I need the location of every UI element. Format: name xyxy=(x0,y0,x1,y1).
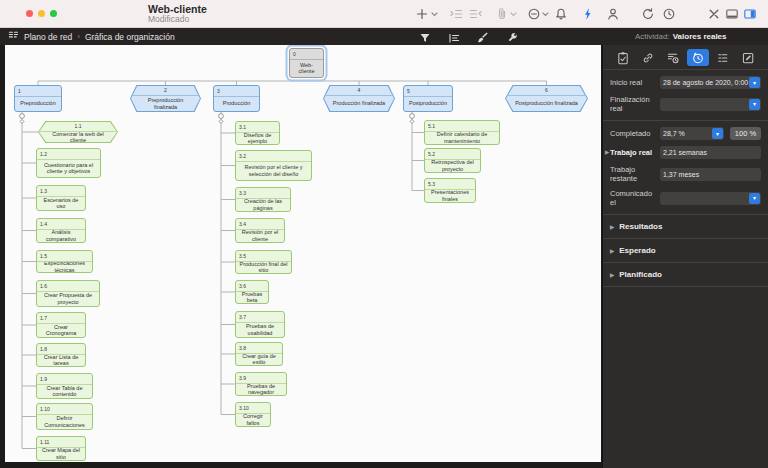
view-bar: Plano de red › Gráfica de organización A… xyxy=(0,28,768,45)
diagram-node-0[interactable]: 0Web-cliente xyxy=(289,48,324,78)
chevron-down-icon[interactable] xyxy=(749,99,760,110)
diagram-node-5[interactable]: 5Postproducción xyxy=(403,85,453,112)
diagram-node-1.6[interactable]: 1.6Crear Propuesta de proyecto xyxy=(36,280,100,307)
diagram-node-3.4[interactable]: 3.4Revisión por el cliente xyxy=(235,218,285,243)
diagram-node-2[interactable]: 2Preproducción finalizada xyxy=(130,85,201,112)
diagram-node-1.3[interactable]: 1.3Escenarios de uso xyxy=(36,185,86,211)
tools-icon[interactable] xyxy=(706,6,721,21)
resources-icon[interactable] xyxy=(605,6,620,21)
trabajo-real-input[interactable]: 2,21 semanas xyxy=(660,146,761,159)
diagram-node-5.1[interactable]: 5.1Definir calendario de mantenimiento xyxy=(424,120,500,145)
panel-right-icon[interactable] xyxy=(742,6,757,21)
comunicado-el-input[interactable] xyxy=(660,192,761,205)
notifications-icon[interactable] xyxy=(553,6,568,21)
node-id: 1.10 xyxy=(37,404,92,415)
node-id: 3.5 xyxy=(236,251,291,262)
diagram-node-3.10[interactable]: 3.10Corregir fallos xyxy=(235,402,271,427)
diagram-node-3[interactable]: 3Producción xyxy=(213,85,260,112)
chevron-down-icon[interactable] xyxy=(749,193,760,204)
tab-info-icon[interactable] xyxy=(612,49,634,66)
trabajo-restante-input[interactable]: 1,37 meses xyxy=(660,168,761,181)
node-label: Crear guía de estilo xyxy=(236,354,282,366)
field-label: Comunicado el xyxy=(610,189,660,207)
breadcrumb-subview[interactable]: Gráfica de organización xyxy=(85,32,175,42)
field-row-completado: Completado 28,7 % 100 % xyxy=(603,127,768,140)
attach-chevron-icon[interactable] xyxy=(509,6,518,21)
indent-icon[interactable] xyxy=(448,6,463,21)
section-esperado[interactable]: ▶ Esperado xyxy=(603,246,768,255)
diagram-node-1.4[interactable]: 1.4Análisis comparativo xyxy=(36,218,86,243)
priority-bolt-icon[interactable] xyxy=(580,6,595,21)
section-planificado[interactable]: ▶ Planificado xyxy=(603,270,768,279)
disclosure-triangle-icon: ▶ xyxy=(610,224,614,230)
status-chevron-icon[interactable] xyxy=(541,6,550,21)
diagram-node-5.2[interactable]: 5.2Retrospectiva del proyecto xyxy=(424,148,481,173)
node-label: Creación de las páginas xyxy=(236,199,290,212)
diagram-node-1.7[interactable]: 1.7Crear Cronograma xyxy=(36,312,86,338)
completar-100-button[interactable]: 100 % xyxy=(730,127,761,140)
node-id: 6 xyxy=(505,85,588,96)
diagram-node-1.1[interactable]: 1.1Comenzar la web del cliente xyxy=(38,121,118,143)
tab-planned-values-icon[interactable] xyxy=(662,49,684,66)
diagram-node-3.8[interactable]: 3.8Crear guía de estilo xyxy=(235,342,283,366)
view-switcher-icon[interactable] xyxy=(8,30,19,43)
outdent-icon[interactable] xyxy=(468,6,483,21)
tab-links-icon[interactable] xyxy=(637,49,659,66)
attach-icon[interactable] xyxy=(494,6,509,21)
diagram-node-4[interactable]: 4Producción finalizada xyxy=(323,85,395,112)
activity-label: Actividad: xyxy=(635,32,670,41)
diagram-node-3.9[interactable]: 3.9Pruebas de navegador xyxy=(235,372,287,396)
node-id: 3.3 xyxy=(236,188,290,199)
disclosure-triangle-icon[interactable]: ▶ xyxy=(605,149,609,155)
add-icon[interactable] xyxy=(414,6,429,21)
diagram-node-3.1[interactable]: 3.1Diseños de ejemplo xyxy=(235,121,280,145)
add-chevron-icon[interactable] xyxy=(430,6,439,21)
finalizacion-real-input[interactable] xyxy=(660,98,761,111)
completado-value: 28,7 % xyxy=(663,130,685,137)
time-icon[interactable] xyxy=(661,6,676,21)
zoom-window-button[interactable] xyxy=(50,10,57,17)
node-id: 3.7 xyxy=(236,312,284,323)
chevron-down-icon[interactable] xyxy=(749,77,760,88)
diagram-node-1.11[interactable]: 1.11Crear Mapa del sitio xyxy=(36,436,86,461)
diagram-node-3.5[interactable]: 3.5Producción final del sitio xyxy=(235,250,292,274)
diagram-node-3.3[interactable]: 3.3Creación de las páginas xyxy=(235,187,291,212)
disclosure-triangle-icon: ▶ xyxy=(610,248,614,254)
diagram-node-3.7[interactable]: 3.7Pruebas de usabilidad xyxy=(235,311,285,338)
diagram-node-1.5[interactable]: 1.5Especificaciones técnicas xyxy=(36,250,93,273)
diagram-node-1.10[interactable]: 1.10Definir Comunicaciones xyxy=(36,403,93,430)
diagram-node-6[interactable]: 6Postproducción finalizada xyxy=(505,85,588,112)
field-row-inicio-real: Inicio real 28 de agosto de 2020, 0:00 xyxy=(603,76,768,89)
minimize-window-button[interactable] xyxy=(38,10,45,17)
node-label: Diseños de ejemplo xyxy=(236,133,279,145)
node-id: 4 xyxy=(323,85,395,96)
node-id: 3 xyxy=(214,86,259,97)
panel-bottom-icon[interactable] xyxy=(724,6,739,21)
node-label: Pruebas de usabilidad xyxy=(236,323,284,338)
tab-columns-icon[interactable] xyxy=(712,49,734,66)
breadcrumb-view[interactable]: Plano de red xyxy=(24,32,72,42)
close-window-button[interactable] xyxy=(26,10,33,17)
diagram-node-1.8[interactable]: 1.8Crear Lista de tareas xyxy=(36,343,86,367)
diagram-node-1.2[interactable]: 1.2Cuestionario para el cliente y objeti… xyxy=(36,148,101,178)
field-row-finalizacion-real: Finalización real xyxy=(603,95,768,113)
node-label: Web-cliente xyxy=(290,60,323,78)
diagram-node-1[interactable]: 1Preproducción xyxy=(14,85,62,112)
completado-input[interactable]: 28,7 % xyxy=(660,127,724,140)
inicio-real-input[interactable]: 28 de agosto de 2020, 0:00 xyxy=(660,76,761,89)
status-icon[interactable] xyxy=(526,6,541,21)
node-id: 5.2 xyxy=(425,149,480,160)
section-resultados[interactable]: ▶ Resultados xyxy=(603,222,768,231)
diagram-node-3.2[interactable]: 3.2Revisión por el cliente y selección d… xyxy=(235,150,312,181)
diagram-node-5.3[interactable]: 5.3Presentaciones finales xyxy=(424,178,476,203)
diagram-node-1.9[interactable]: 1.9Crear Tabla de contenido xyxy=(36,373,93,399)
node-label: Especificaciones técnicas xyxy=(37,262,92,273)
chevron-down-icon[interactable] xyxy=(712,128,723,139)
sync-icon[interactable] xyxy=(640,6,655,21)
diagram-canvas[interactable]: 1.1Comenzar la web del cliente1.2Cuestio… xyxy=(5,45,601,462)
field-row-comunicado-el: Comunicado el xyxy=(603,189,768,207)
tab-notes-icon[interactable] xyxy=(737,49,759,66)
node-label: Definir Comunicaciones xyxy=(37,415,92,430)
tab-actual-values-icon[interactable] xyxy=(687,49,709,66)
diagram-node-3.6[interactable]: 3.6Pruebas beta xyxy=(235,280,269,304)
